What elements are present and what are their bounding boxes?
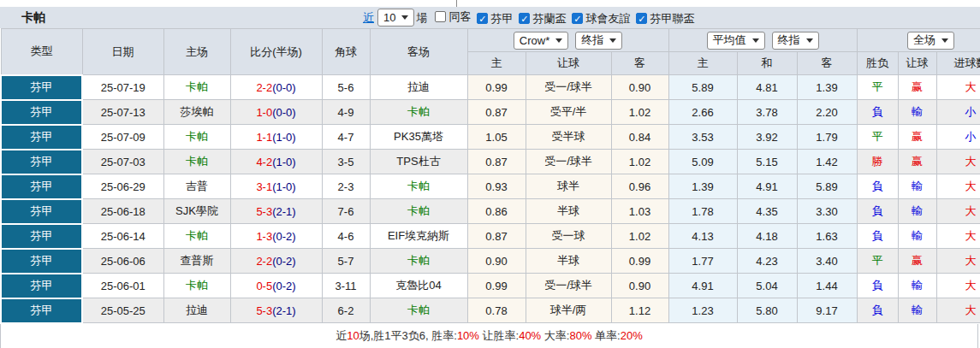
avg-home-cell: 1.77	[668, 249, 737, 274]
checkbox-label: 同客	[448, 9, 471, 25]
league-filter-2[interactable]: ✓球會友誼	[572, 11, 630, 27]
corner-cell: 5-6	[322, 75, 370, 100]
league-cell: 芬甲	[1, 75, 82, 100]
avg-draw-cell: 5.15	[737, 150, 797, 174]
league-cell: 芬甲	[1, 174, 82, 199]
date-cell: 25-06-01	[82, 274, 163, 298]
handicap-result-cell: 輸	[898, 174, 936, 199]
same-away-filter[interactable]: 同客	[435, 9, 471, 25]
avg-away-cell: 1.63	[797, 224, 857, 249]
table-row: 芬甲25-07-13莎埃帕1-0(0-0)4-9卡帕0.87受平/半1.022.…	[1, 100, 980, 125]
avg-draw-cell: 4.35	[737, 199, 797, 224]
table-row: 芬甲25-06-29吉普3-1(1-0)2-3卡帕0.93球半0.961.394…	[1, 174, 980, 199]
checked-checkbox-icon[interactable]: ✓	[519, 13, 530, 24]
summary-segment: 场,胜1平3负6, 胜率:	[359, 328, 457, 344]
away-team-cell: 拉迪	[370, 75, 467, 100]
chevron-down-icon	[555, 38, 562, 43]
bookmaker-select[interactable]: Crow*	[514, 32, 568, 50]
matches-unit-label: 場	[416, 10, 427, 26]
col-away-header: 客场	[370, 29, 467, 75]
avg-draw-cell: 4.23	[737, 249, 797, 274]
fulltime-score: 0-5	[256, 280, 272, 292]
home-odds-cell: 0.99	[467, 75, 526, 100]
home-odds-cell: 0.93	[467, 174, 526, 199]
league-cell: 芬甲	[1, 199, 82, 224]
score-cell: 5-3(2-1)	[230, 199, 322, 224]
table-row: 芬甲25-05-25拉迪5-3(2-1)6-2卡帕0.78球半/两1.121.2…	[1, 298, 980, 323]
score-cell: 5-3(2-1)	[230, 298, 322, 323]
bookmaker-select-value: Crow*	[520, 34, 549, 47]
date-cell: 25-07-19	[82, 75, 163, 100]
sub-avg-home-header: 主	[668, 52, 737, 75]
recent-count-select[interactable]: 10	[377, 9, 414, 27]
score-cell: 3-1(1-0)	[230, 174, 322, 199]
avg-stage-select[interactable]: 终指	[772, 32, 819, 50]
corner-cell: 4-9	[322, 100, 370, 125]
home-team-cell: 查普斯	[163, 249, 230, 274]
date-cell: 25-06-14	[82, 224, 163, 249]
away-odds-cell: 0.90	[611, 75, 668, 100]
league-cell: 芬甲	[1, 224, 82, 249]
avg-away-cell: 1.44	[797, 274, 857, 298]
handicap-cell: 受半球	[526, 125, 611, 150]
handicap-cell: 球半	[526, 174, 611, 199]
result-cell: 勝	[857, 150, 898, 174]
corner-cell: 6-2	[322, 298, 370, 323]
summary-segment: 让胜率:	[479, 328, 519, 344]
away-odds-cell: 1.12	[611, 298, 668, 323]
avg-source-select[interactable]: 平均值	[707, 32, 765, 50]
fulltime-score: 3-1	[256, 180, 272, 193]
corner-cell: 5-7	[322, 249, 370, 274]
bookmaker-odds-group: Crow* 终指	[467, 29, 668, 52]
header-row-groups: 类型 日期 主场 比分(半场) 角球 客场 Crow* 终指	[1, 29, 980, 52]
sub-avg-away-header: 客	[797, 52, 857, 75]
odds-stage-select[interactable]: 终指	[575, 32, 622, 50]
league-filter-1[interactable]: ✓芬蘭盃	[519, 11, 566, 27]
avg-away-cell: 1.42	[797, 150, 857, 174]
handicap-result-cell: 輸	[898, 224, 936, 249]
score-cell: 2-2(0-2)	[230, 249, 322, 274]
goals-result-cell: 大	[936, 174, 980, 199]
fulltime-score: 4-2	[256, 156, 272, 168]
table-row: 芬甲25-07-09卡帕1-1(1-0)4-7PK35萬塔1.05受半球0.84…	[1, 125, 980, 150]
summary-segment: 10	[347, 329, 359, 342]
away-odds-cell: 1.02	[611, 224, 668, 249]
avg-away-cell: 5.89	[797, 174, 857, 199]
checked-checkbox-icon[interactable]: ✓	[572, 13, 583, 24]
away-team-cell: 卡帕	[370, 298, 467, 323]
away-odds-cell: 0.99	[611, 249, 668, 274]
result-cell: 負	[857, 199, 898, 224]
results-group: 全场	[857, 29, 980, 52]
summary-bar: 近10场,胜1平3负6, 胜率:10% 让胜率:40% 大率:80% 单率:20…	[0, 324, 978, 348]
col-home-header: 主场	[163, 29, 230, 75]
recent-link[interactable]: 近	[363, 10, 374, 26]
checked-checkbox-icon[interactable]: ✓	[636, 13, 647, 24]
summary-segment: 20%	[621, 329, 643, 342]
summary-segment: 40%	[519, 329, 541, 342]
col-score-header: 比分(半场)	[230, 29, 322, 75]
col-corner-header: 角球	[322, 29, 370, 75]
date-cell: 25-06-29	[82, 174, 163, 199]
league-cell: 芬甲	[1, 125, 82, 150]
result-cell: 負	[857, 224, 898, 249]
chevron-down-icon	[806, 38, 813, 43]
league-filter-3[interactable]: ✓芬甲聯盃	[636, 11, 694, 27]
avg-draw-cell: 5.80	[737, 298, 797, 323]
away-team-cell: TPS杜古	[370, 150, 467, 174]
halftime-score: (1-0)	[272, 131, 295, 144]
league-cell: 芬甲	[1, 150, 82, 174]
unchecked-checkbox-icon[interactable]	[435, 11, 446, 22]
top-strip	[0, 0, 980, 7]
home-odds-cell: 1.05	[467, 125, 526, 150]
handicap-cell: 受一/球半	[526, 75, 611, 100]
avg-home-cell: 3.53	[668, 125, 737, 150]
league-filter-0[interactable]: ✓芬甲	[477, 11, 513, 27]
scope-select-value: 全场	[913, 32, 935, 48]
match-stats-panel: 卡帕 近 10 場 同客✓芬甲✓芬蘭盃✓球會友誼✓芬甲聯盃 类型 日期 主场 比…	[0, 0, 980, 348]
scope-select[interactable]: 全场	[907, 32, 954, 50]
goals-result-cell: 大	[936, 150, 980, 174]
checked-checkbox-icon[interactable]: ✓	[477, 13, 488, 24]
result-cell: 負	[857, 174, 898, 199]
handicap-cell: 受一球	[526, 224, 611, 249]
avg-draw-cell: 4.18	[737, 224, 797, 249]
